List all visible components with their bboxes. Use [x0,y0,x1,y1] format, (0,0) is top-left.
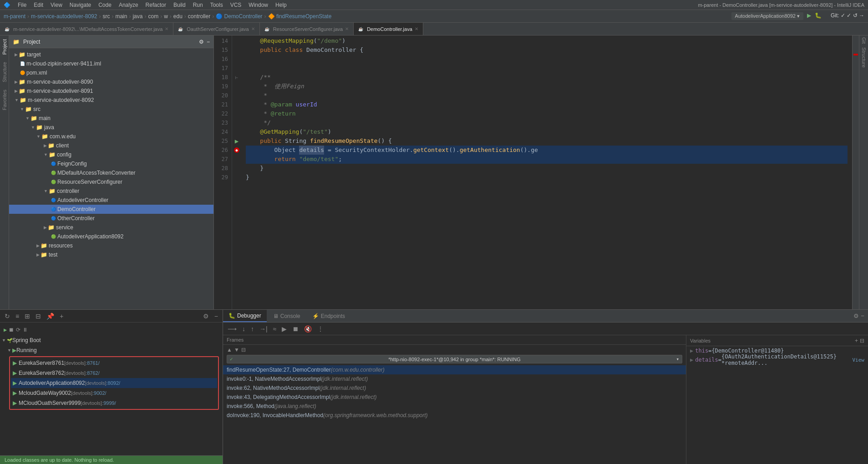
svc-eureka8762[interactable]: ▶ EurekaServer8762 [devtools] :8762/ [11,368,217,378]
tree-feignconfig[interactable]: 🔵 FeignConfig [9,159,213,168]
var-filter-btn[interactable]: ⊟ [860,338,864,344]
menu-edit[interactable]: Edit [34,2,43,8]
tab-endpoints[interactable]: ⚡ Endpoints [307,310,350,322]
thread-selector[interactable]: ✓ *http-nio-8092-exec-1*@10,942 in group… [227,355,682,363]
tree-8091[interactable]: ▶ 📁 m-service-autodeliver-8091 [9,86,213,96]
debug-step-into[interactable]: ↓ [240,324,247,333]
menu-code[interactable]: Code [98,2,112,8]
vtab-project[interactable]: Project [1,37,8,56]
tree-democontroller[interactable]: 🔵 DemoController [9,205,213,214]
tree-other[interactable]: 🔵 OtherController [9,214,213,223]
tab-debugger[interactable]: 🐛 Debugger [223,310,267,322]
menu-vcs[interactable]: VCS [230,2,242,8]
frame-item-5[interactable]: doInvoke:190, InvocableHandlerMethod (or… [223,411,686,420]
frame-item-3[interactable]: invoke:43, DelegatingMethodAccessorImpl … [223,393,686,402]
debugger-minimize-btn[interactable]: − [861,313,864,319]
thread-down-btn[interactable]: ▼ [234,347,239,353]
tree-comedu[interactable]: ▼ 📁 com.w.edu [9,132,213,141]
var-view-link[interactable]: View [853,357,865,363]
vtab-structure[interactable]: Structure [1,60,8,84]
breadcrumb-java[interactable]: java [132,13,142,20]
breadcrumb-controller[interactable]: controller [188,13,210,20]
tree-appclass[interactable]: 🟢 AutodeliverApplication8092 [9,232,213,241]
debug-step-out[interactable]: ↑ [249,324,256,333]
services-pin-btn[interactable]: 📌 [45,312,56,321]
services-restart-btn[interactable]: ⟳ [16,327,20,333]
menu-tools[interactable]: Tools [210,2,223,8]
tree-8092[interactable]: ▼ 📁 m-service-autodeliver-8092 [9,96,213,105]
breadcrumb-module[interactable]: m-service-autodeliver-8092 [31,13,97,20]
code-area[interactable]: 14 15 16 17 18 19 20 21 22 23 24 25 26 2… [214,35,852,309]
tree-resources[interactable]: ▶ 📁 resources [9,241,213,250]
frame-item-0[interactable]: findResumeOpenState:27, DemoController (… [223,365,686,374]
debug-resume[interactable]: ▶ [280,324,289,333]
menu-view[interactable]: View [51,2,62,8]
debug-stop[interactable]: ⏹ [290,324,300,333]
services-refresh-btn[interactable]: ↻ [3,312,12,321]
breadcrumb-edu[interactable]: edu [173,13,183,20]
services-stop-btn[interactable]: ⏹ [9,327,14,333]
svc-running[interactable]: ▼ ▶ Running [0,345,223,355]
breadcrumb-com[interactable]: com [148,13,158,20]
tree-test[interactable]: ▶ 📁 test [9,250,213,259]
tree-autodeliver[interactable]: 🔵 AutodeliverController [9,196,213,205]
menu-navigate[interactable]: Navigate [70,2,91,8]
tree-target[interactable]: ▶ 📁 target [9,50,213,59]
menu-file[interactable]: File [18,2,26,8]
menu-analyze[interactable]: Analyze [119,2,138,8]
services-close-btn[interactable]: − [213,312,220,321]
tree-mdefault[interactable]: 🟢 MDefaultAccessTokenConverter [9,168,213,177]
tab-close-oauth[interactable]: ✕ [251,26,255,31]
svc-springboot[interactable]: ▼ 🌱 Spring Boot [0,335,223,345]
project-settings-icon[interactable]: ⚙ [199,39,204,45]
svc-autodeliver8092[interactable]: ▶ AutodeliverApplication8092 [devtools] … [11,378,217,388]
var-details[interactable]: ▶ details = {OAuth2AuthenticationDetails… [686,355,868,364]
services-start-btn[interactable]: ▶ [4,327,7,333]
tab-resourceserver[interactable]: ☕ ResourceServerConfigurer.java ✕ [260,23,354,35]
debug-button[interactable]: 🐛 [815,12,822,20]
code-content[interactable]: @RequestMapping("/demo") public class De… [241,35,852,309]
menu-build[interactable]: Build [173,2,186,8]
run-config-selector[interactable]: AutodeliverApplication8092 ▾ [731,12,803,20]
tab-close-mdefault[interactable]: ✕ [165,26,168,31]
project-collapse-icon[interactable]: − [207,39,210,45]
services-add-btn[interactable]: + [58,312,65,321]
tree-iml[interactable]: 📄 m-cloud-zipkin-server-9411.iml [9,59,213,68]
breadcrumb-democontroller[interactable]: 🔵 DemoController [216,13,262,20]
breadcrumb-src[interactable]: src [102,13,110,20]
tab-close-demo[interactable]: ✕ [415,26,418,31]
svc-eureka8761[interactable]: ▶ EurekaServer8761 [devtools] :8761/ [11,358,217,368]
tree-client[interactable]: ▶ 📁 client [9,141,213,150]
menu-help[interactable]: Help [275,2,287,8]
thread-up-btn[interactable]: ▲ [227,347,232,353]
services-group-btn[interactable]: ⊞ [23,312,32,321]
thread-filter-btn[interactable]: ⊟ [241,347,246,353]
frame-item-1[interactable]: invoke0:-1, NativeMethodAccessorImpl (jd… [223,374,686,383]
menu-run[interactable]: Run [193,2,203,8]
tree-service[interactable]: ▶ 📁 service [9,223,213,232]
breadcrumb-main[interactable]: main [115,13,127,20]
tree-pomxml[interactable]: 🟠 pom.xml [9,68,213,77]
tree-controller[interactable]: ▼ 📁 controller [9,187,213,196]
run-gutter-icon[interactable]: ▶ [235,137,239,145]
breadcrumb-method[interactable]: 🔶 findResumeOpenState [268,13,332,20]
vtab-structure-right[interactable]: Structure [861,47,867,68]
menu-window[interactable]: Window [249,2,268,8]
frame-item-2[interactable]: invoke:62, NativeMethodAccessorImpl (jdk… [223,383,686,393]
tab-console[interactable]: 🖥 Console [268,310,306,322]
debug-settings2[interactable]: ⋮ [315,324,325,333]
vtab-favorites[interactable]: Favorites [1,88,8,112]
right-scrollbar[interactable] [852,35,859,309]
svc-oauth9999[interactable]: ▶ MCloudOuathServer9999 [devtools] :9999… [11,398,217,408]
run-button[interactable]: ▶ [807,12,811,20]
tree-resourceserver[interactable]: 🟢 ResourceServerConfigurer [9,177,213,187]
tab-democontroller[interactable]: ☕ DemoController.java ✕ [354,23,423,35]
tab-mdefaultaccesstoken[interactable]: ☕ m-service-autodeliver-8092\...\MDefaul… [0,23,173,35]
tree-src[interactable]: ▼ 📁 src [9,105,213,114]
services-filter-btn[interactable]: ⊟ [34,312,43,321]
debugger-settings-btn[interactable]: ⚙ [853,313,859,319]
menu-refactor[interactable]: Refactor [146,2,166,8]
debug-step-over[interactable]: ⟶ [226,324,239,333]
services-pause-btn[interactable]: ⏸ [22,327,28,333]
tree-main[interactable]: ▼ 📁 main [9,114,213,123]
